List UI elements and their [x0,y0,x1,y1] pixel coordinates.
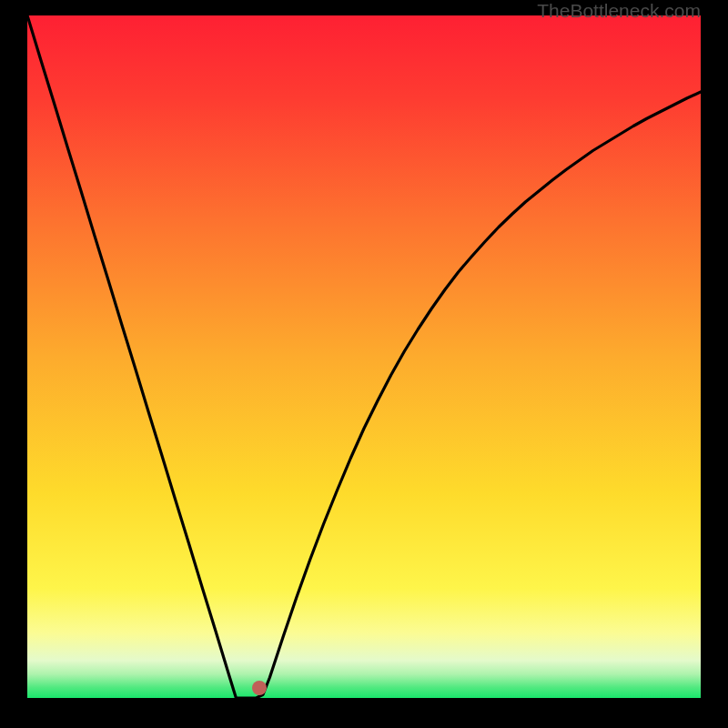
watermark-text: TheBottleneck.com [537,0,701,22]
gradient-background [27,15,701,698]
bottleneck-chart [27,15,701,698]
chart-frame [27,15,701,698]
optimal-point-dot [252,681,267,695]
